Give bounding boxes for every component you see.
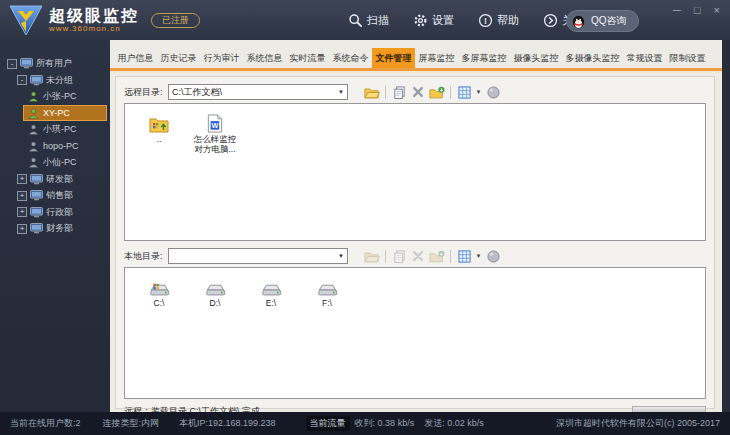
tree-item[interactable]: -未分组 [14,73,106,87]
globe-icon[interactable] [485,249,501,264]
copy-icon[interactable] [391,249,407,264]
qq-penguin-icon [571,14,586,29]
scan-icon [348,13,363,28]
file-item-name: E:\ [266,298,276,308]
tab-多摄像头监控[interactable]: 多摄像头监控 [562,48,623,68]
tree-item[interactable]: hopo-PC [24,139,106,153]
file-item-name: D:\ [210,298,221,308]
tree-item[interactable]: 小琪-PC [24,123,106,137]
local-directory-label: 本地目录: [124,250,168,263]
file-item-name: 怎么样监控对方电脑... [191,134,239,154]
app-title: 超级眼监控 [49,7,139,24]
tree-item[interactable]: -所有用户 [4,57,106,71]
folder-up-icon [149,111,169,133]
tab-常规设置[interactable]: 常规设置 [623,48,666,68]
tree-item[interactable]: +行政部 [14,205,106,219]
copy-icon[interactable] [391,85,407,100]
caret-down-icon[interactable]: ▼ [475,253,482,259]
user-offline-icon [27,141,40,152]
qq-consult-label: QQ咨询 [591,14,627,28]
view-grid-icon[interactable] [456,85,472,100]
maximize-button[interactable]: □ [694,5,701,16]
app-logo-icon [8,4,44,36]
tab-限制设置[interactable]: 限制设置 [666,48,709,68]
tree-item[interactable]: +财务部 [14,222,106,236]
menu-item-label: 帮助 [497,13,519,28]
tab-系统信息[interactable]: 系统信息 [243,48,286,68]
svg-text:W: W [212,122,219,130]
toolbar-separator [385,250,386,263]
about-icon [543,13,558,28]
remote-file-list[interactable]: ..W怎么样监控对方电脑... [124,103,706,241]
tab-实时流量[interactable]: 实时流量 [286,48,329,68]
close-button[interactable]: × [714,5,720,16]
copyright: 深圳市超时代软件有限公司(c) 2005-2017 [556,417,720,430]
traffic-received: 收到: 0.38 kb/s [355,417,415,430]
tab-行为审计[interactable]: 行为审计 [200,48,243,68]
status-bar: 当前在线用户数:2 连接类型:内网 本机IP:192.168.199.238 当… [0,412,730,435]
settings-icon [413,13,428,28]
file-item[interactable]: D:\ [189,275,241,308]
combo-dropdown-icon[interactable]: ▼ [338,253,344,259]
topbar-menu-help[interactable]: !帮助 [478,13,519,28]
file-item[interactable]: .. [133,111,185,144]
folder-download-icon[interactable] [429,85,445,100]
tree-item[interactable]: 小仙-PC [24,156,106,170]
expand-icon[interactable]: + [17,224,27,234]
minimize-button[interactable]: ─ [673,5,681,16]
file-item[interactable]: W怎么样监控对方电脑... [189,111,241,154]
tree-item[interactable]: 小张-PC [24,90,106,104]
remote-toolbar: ▼ [364,85,501,100]
globe-icon[interactable] [485,85,501,100]
app-window: 超级眼监控 www.360mon.cn 已注册 扫描设置!帮助关于 QQ咨询 ─… [0,0,730,435]
expand-icon[interactable]: + [17,174,27,184]
caret-down-icon[interactable]: ▼ [475,89,482,95]
tree-item-label: 财务部 [46,222,73,235]
tab-摄像头监控[interactable]: 摄像头监控 [510,48,562,68]
tree-item-label: 研发部 [46,173,73,186]
tab-系统命令[interactable]: 系统命令 [329,48,372,68]
tab-历史记录[interactable]: 历史记录 [157,48,200,68]
expand-icon[interactable]: + [17,207,27,217]
tree-item-label: 销售部 [46,189,73,202]
tree-item-label: 行政部 [46,206,73,219]
computer-group-icon [30,75,43,86]
local-file-list[interactable]: C:\D:\E:\F:\ [124,267,706,399]
drive-icon [205,275,226,297]
remote-directory-combobox[interactable]: C:\工作文档\ ▼ [168,84,348,100]
file-item[interactable]: F:\ [301,275,353,308]
drive-windows-icon [149,275,170,297]
tab-用户信息[interactable]: 用户信息 [114,48,157,68]
expand-icon[interactable]: + [17,191,27,201]
tab-多屏幕监控[interactable]: 多屏幕监控 [458,48,510,68]
qq-consult-button[interactable]: QQ咨询 [566,10,639,32]
topbar-menu-scan[interactable]: 扫描 [348,13,389,28]
traffic-label: 当前流量 [306,416,350,431]
menu-item-label: 扫描 [367,13,389,28]
collapse-icon[interactable]: - [17,75,27,85]
tree-item-label: XY-PC [43,108,70,118]
word-doc-icon: W [207,111,223,133]
file-item[interactable]: C:\ [133,275,185,308]
folder-download-icon[interactable] [429,249,445,264]
view-grid-icon[interactable] [456,249,472,264]
file-item[interactable]: E:\ [245,275,297,308]
topbar-menu-settings[interactable]: 设置 [413,13,454,28]
tree-item[interactable]: +研发部 [14,172,106,186]
tree-item-label: 小琪-PC [43,123,77,136]
help-icon: ! [478,13,493,28]
delete-icon[interactable] [410,249,426,264]
combo-dropdown-icon[interactable]: ▼ [338,89,344,95]
menu-item-label: 设置 [432,13,454,28]
tree-item[interactable]: +销售部 [14,189,106,203]
tab-文件管理[interactable]: 文件管理 [372,48,415,68]
collapse-icon[interactable]: - [7,59,17,69]
brand: 超级眼监控 www.360mon.cn [8,4,139,36]
tab-屏幕监控[interactable]: 屏幕监控 [415,48,458,68]
folder-open-icon[interactable] [364,85,380,100]
tree-item[interactable]: XY-PC [24,106,106,120]
local-directory-combobox[interactable]: ▼ [168,248,348,264]
toolbar-separator [450,86,451,99]
folder-open-icon[interactable] [364,249,380,264]
delete-icon[interactable] [410,85,426,100]
